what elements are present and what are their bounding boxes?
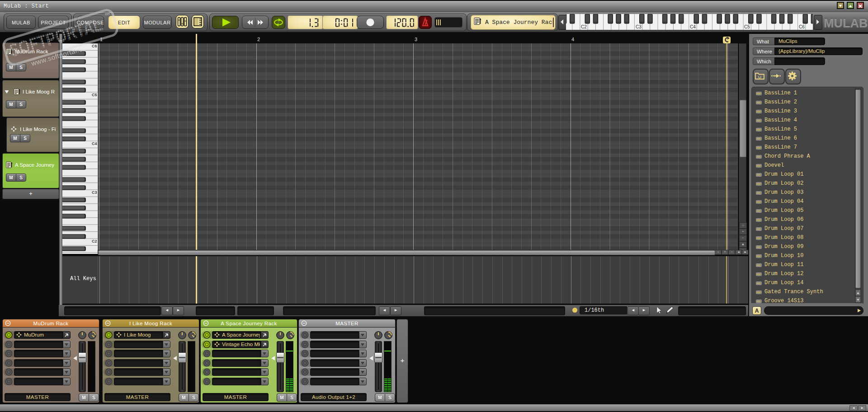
svg-text:C5: C5 xyxy=(92,93,97,97)
svg-text:C5: C5 xyxy=(744,24,750,29)
svg-text:C6: C6 xyxy=(92,44,97,48)
svg-text:C2: C2 xyxy=(92,239,97,243)
svg-text:C3: C3 xyxy=(92,190,97,195)
svg-text:C6: C6 xyxy=(799,24,805,29)
svg-text:C2: C2 xyxy=(581,24,587,29)
svg-text:C4: C4 xyxy=(690,24,696,29)
svg-text:C3: C3 xyxy=(636,24,642,29)
svg-text:C4: C4 xyxy=(92,141,97,146)
